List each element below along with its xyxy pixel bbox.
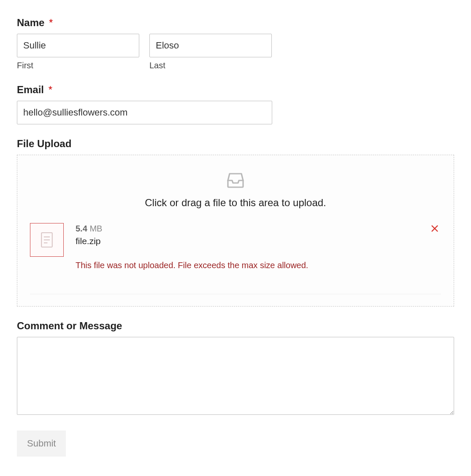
file-meta: 5.4 MB file.zip This file was not upload… [76, 223, 441, 270]
comment-field: Comment or Message [17, 320, 454, 417]
email-label-text: Email [17, 84, 44, 95]
name-label: Name * [17, 17, 454, 29]
comment-textarea[interactable] [17, 337, 454, 415]
file-upload-label: File Upload [17, 138, 454, 150]
required-asterisk: * [49, 84, 52, 95]
file-dropzone[interactable]: Click or drag a file to this area to upl… [17, 155, 454, 307]
required-asterisk: * [49, 17, 53, 28]
inbox-icon [225, 170, 246, 193]
submit-button[interactable]: Submit [17, 430, 66, 457]
dropzone-header: Click or drag a file to this area to upl… [30, 170, 441, 219]
first-name-input[interactable] [17, 34, 139, 57]
email-input[interactable] [17, 101, 272, 124]
dropzone-instruction: Click or drag a file to this area to upl… [145, 197, 326, 209]
comment-label: Comment or Message [17, 320, 454, 332]
name-label-text: Name [17, 17, 44, 28]
file-size-number: 5.4 [76, 224, 87, 233]
uploaded-file-item: 5.4 MB file.zip This file was not upload… [30, 219, 441, 283]
file-size: 5.4 MB [76, 224, 441, 234]
last-name-sublabel: Last [149, 61, 272, 70]
email-label: Email * [17, 84, 454, 96]
file-upload-field: File Upload Click or drag a file to this… [17, 138, 454, 307]
last-name-input[interactable] [149, 34, 272, 57]
first-name-sublabel: First [17, 61, 139, 70]
file-thumbnail [30, 223, 64, 257]
email-field: Email * [17, 84, 454, 124]
name-field: Name * First Last [17, 17, 454, 70]
file-error-message: This file was not uploaded. File exceeds… [76, 261, 441, 270]
file-size-unit: MB [89, 224, 102, 233]
remove-file-button[interactable] [430, 224, 439, 235]
file-name: file.zip [76, 236, 441, 246]
